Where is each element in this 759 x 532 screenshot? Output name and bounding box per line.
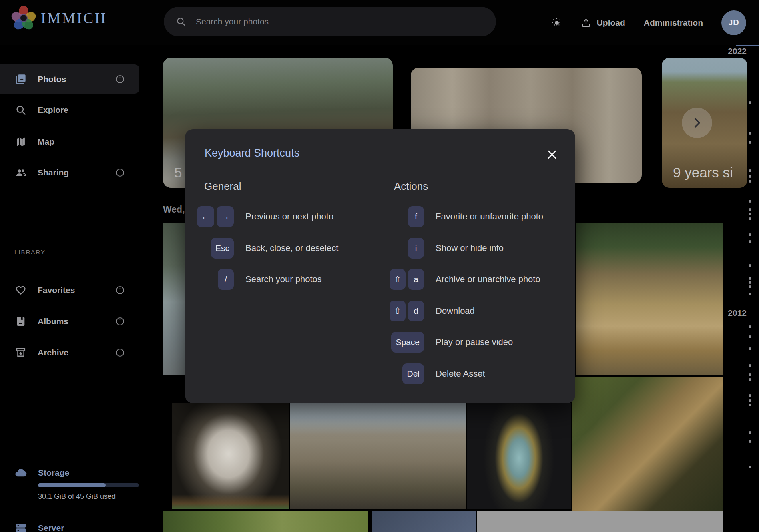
key-f: f [408,206,424,227]
album-icon [15,316,26,327]
storage-usage-text: 30.1 GiB of 45 GiB used [38,492,116,501]
sidebar-divider [12,512,127,512]
immich-logo-icon [12,6,35,30]
server-icon [14,522,27,532]
shortcut-row: ⇧ d Download [382,301,475,321]
shortcut-row: Esc Back, close, or deselect [191,238,338,259]
scrubber-year-2022: 2022 [728,46,747,56]
key-shift: ⇧ [390,301,406,321]
sidebar-item-label: Photos [38,74,66,84]
shortcut-row: ← → Previous or next photo [191,206,333,227]
shortcut-description: Show or hide info [436,243,504,253]
storage-progressbar [38,483,139,487]
user-avatar[interactable]: JD [721,10,746,35]
shortcut-row: / Search your photos [191,269,322,290]
key-a: a [408,269,424,290]
people-icon [15,167,26,178]
sidebar-item-label: Favorites [38,285,75,295]
sidebar-item-label: Sharing [38,168,69,177]
photo-ruins[interactable] [290,403,466,509]
sidebar-item-explore[interactable]: Explore [0,95,139,124]
key-d: d [408,301,424,321]
shortcut-description: Back, close, or deselect [245,243,338,253]
storage-progress-fill [38,483,106,487]
sidebar-item-label: Explore [38,105,68,115]
sidebar-item-label: Albums [38,317,68,326]
sidebar-item-label: Archive [38,348,68,357]
sun-icon [551,17,562,28]
archive-icon [15,347,26,358]
sidebar-item-favorites[interactable]: Favorites [0,275,139,305]
immich-logo[interactable]: IMMICH [12,6,107,30]
close-button[interactable] [544,146,560,163]
photo-porcelain-tower[interactable] [467,403,571,509]
key-esc: Esc [211,238,234,259]
shortcut-row: i Show or hide info [382,238,504,259]
info-icon[interactable] [115,74,125,84]
search-bar[interactable] [164,7,496,36]
chevron-right-icon [690,116,704,130]
search-input[interactable] [196,17,484,26]
key-slash: / [218,269,234,290]
top-bar: IMMICH Upload Administration [0,0,759,45]
key-arrow-left: ← [197,206,214,227]
library-heading: LIBRARY [14,249,46,255]
magnify-icon [15,104,26,116]
search-icon [176,16,186,27]
upload-label: Upload [597,18,625,28]
immich-logo-text: IMMICH [41,10,107,27]
photo-marble-bust[interactable] [172,403,289,509]
shortcut-description: Play or pause video [436,337,513,347]
shortcut-description: Favorite or unfavorite photo [436,211,543,222]
close-icon [546,149,558,161]
timeline-scrubber[interactable]: 2022 2012 [723,45,759,532]
sidebar: Photos Explore Map Sharing [0,45,139,532]
shortcut-description: Archive or unarchive photo [436,274,540,285]
shortcut-description: Delete Asset [436,369,485,379]
photos-icon [15,74,26,85]
immich-app: 5 y 9 years si Wed, 2022 2012 IMMICH [0,0,759,532]
shortcut-row: Space Play or pause video [382,332,513,353]
info-icon[interactable] [115,317,125,326]
info-icon[interactable] [115,348,125,357]
sidebar-item-map[interactable]: Map [0,127,139,156]
key-del: Del [402,363,424,384]
key-arrow-right: → [217,206,234,227]
info-icon[interactable] [115,168,125,177]
info-icon[interactable] [115,285,125,295]
key-shift: ⇧ [390,269,406,290]
shortcut-row: Del Delete Asset [382,363,485,384]
theme-toggle-button[interactable] [551,17,562,28]
map-icon [15,136,26,147]
next-memory-button[interactable] [682,108,712,138]
sidebar-item-archive[interactable]: Archive [0,338,139,367]
sidebar-item-label: Map [38,137,54,147]
server-title: Server [38,523,64,532]
scrubber-year-2012: 2012 [728,308,747,318]
section-heading-actions: Actions [394,180,428,193]
shortcut-description: Previous or next photo [245,211,333,222]
modal-title: Keyboard Shortcuts [205,147,299,159]
cloud-icon [14,466,27,479]
sidebar-item-sharing[interactable]: Sharing [0,158,139,187]
administration-label: Administration [644,18,703,28]
photo-strip-gray[interactable] [477,511,723,532]
photo-cliff-beach[interactable] [576,223,723,375]
key-space: Space [391,332,424,353]
date-header: Wed, [163,204,185,215]
photo-lizard[interactable] [572,377,723,511]
shortcut-description: Download [436,306,475,316]
upload-icon [581,18,591,28]
shortcut-row: f Favorite or unfavorite photo [382,206,543,227]
heart-icon [15,285,26,296]
shortcut-row: ⇧ a Archive or unarchive photo [382,269,540,290]
upload-button[interactable]: Upload [581,18,625,28]
sidebar-item-photos[interactable]: Photos [0,64,139,94]
storage-title: Storage [38,468,69,478]
keyboard-shortcuts-modal: Keyboard Shortcuts General Actions ← → P… [185,129,575,403]
administration-link[interactable]: Administration [644,18,703,28]
sidebar-item-albums[interactable]: Albums [0,307,139,336]
photo-strip-blue[interactable] [372,511,476,532]
photo-strip-green[interactable] [163,511,368,532]
shortcut-description: Search your photos [245,274,322,285]
